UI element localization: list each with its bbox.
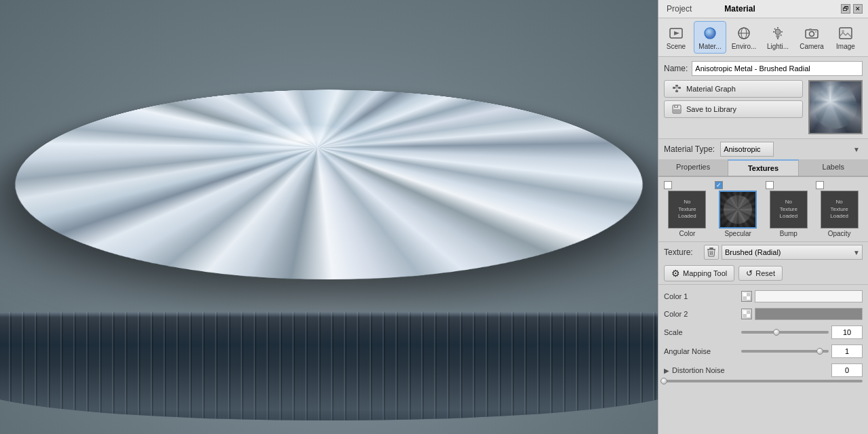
material-graph-label: Material Graph — [686, 85, 736, 93]
channel-specular-header: ✓ — [715, 181, 762, 189]
material-graph-btn[interactable]: Material Graph — [664, 80, 803, 98]
mapping-tool-btn[interactable]: ⚙ Mapping Tool — [664, 265, 734, 281]
material-type-select[interactable]: Anisotropic Diffuse Glossy Metallic Plas… — [720, 142, 774, 157]
name-preview-section: Name: — [658, 57, 868, 139]
scale-slider-track[interactable] — [741, 331, 829, 334]
channel-bump-header — [766, 181, 812, 189]
save-library-icon — [671, 104, 682, 115]
color2-row: Color 2 — [658, 305, 868, 323]
reset-btn[interactable]: ↺ Reset — [738, 266, 783, 281]
save-library-btn[interactable]: Save to Library — [664, 100, 803, 118]
close-button[interactable]: ✕ — [853, 4, 863, 14]
toolbar-scene-btn[interactable]: Scene — [660, 21, 692, 54]
svg-point-3 — [705, 28, 715, 39]
svg-rect-41 — [747, 296, 750, 300]
channel-bump-no-texture: NoTextureLoaded — [780, 199, 798, 220]
texture-row: Texture: Brushed (Radial) Brushed (Linea… — [658, 242, 868, 262]
channel-opacity-card[interactable]: NoTextureLoaded — [821, 191, 859, 229]
panel-project-tab[interactable]: Project — [664, 3, 694, 15]
svg-rect-25 — [675, 90, 678, 92]
toolbar-material-btn[interactable]: Mater... — [694, 21, 726, 54]
environment-label: Enviro... — [732, 43, 757, 50]
name-input[interactable] — [692, 61, 863, 76]
texture-select-wrapper: Brushed (Radial) Brushed (Linear) None ▼ — [722, 245, 863, 260]
channel-opacity-header — [816, 181, 863, 189]
image-icon — [837, 25, 854, 41]
specular-preview — [720, 192, 755, 227]
color1-label: Color 1 — [664, 292, 738, 300]
mapping-row: ⚙ Mapping Tool ↺ Reset — [658, 262, 868, 285]
panel-title-tabs: Project Material — [664, 3, 758, 15]
distortion-noise-slider-thumb[interactable] — [660, 378, 667, 384]
panel-header: Project Material 🗗 ✕ — [658, 0, 868, 18]
angular-noise-input[interactable] — [831, 344, 863, 358]
scale-input[interactable] — [831, 326, 863, 339]
tab-properties[interactable]: Properties — [658, 159, 728, 176]
toolbar-camera-btn[interactable]: Camera — [795, 21, 828, 54]
svg-rect-20 — [840, 28, 852, 39]
channel-color-card[interactable]: NoTextureLoaded — [668, 191, 706, 229]
distortion-noise-arrow-icon: ▶ — [664, 367, 669, 374]
angular-noise-slider-track[interactable] — [741, 350, 829, 353]
toolbar-image-btn[interactable]: Image — [829, 21, 862, 54]
svg-rect-40 — [743, 296, 747, 300]
channel-specular-checkbox[interactable]: ✓ — [715, 181, 723, 189]
color2-label: Color 2 — [664, 310, 738, 318]
toolbar-lighting-btn[interactable]: Lighti... — [762, 21, 794, 54]
channel-bump: NoTextureLoaded Bump — [766, 181, 812, 237]
name-label: Name: — [664, 64, 688, 73]
scale-slider-thumb[interactable] — [773, 329, 780, 336]
color2-picker-btn[interactable] — [741, 309, 752, 319]
tab-labels[interactable]: Labels — [799, 159, 868, 176]
channel-bump-card[interactable]: NoTextureLoaded — [770, 191, 808, 229]
distortion-noise-input[interactable] — [831, 363, 863, 377]
channel-opacity-checkbox[interactable] — [816, 181, 824, 189]
save-library-label: Save to Library — [686, 105, 736, 113]
channel-specular-card[interactable] — [719, 191, 757, 229]
svg-point-7 — [775, 29, 781, 35]
color1-picker-btn[interactable] — [741, 291, 752, 302]
color2-swatch[interactable] — [755, 308, 863, 320]
channel-opacity: NoTextureLoaded Opacity — [816, 181, 863, 237]
angular-noise-slider-container — [741, 350, 829, 353]
texture-label: Texture: — [664, 248, 701, 257]
properties-section: Color 1 Color 2 — [658, 285, 868, 434]
distortion-noise-toggle[interactable]: ▶ Distortion Noise — [658, 361, 868, 380]
scale-row: Scale — [658, 323, 868, 342]
texture-channels: NoTextureLoaded Color ✓ Specular — [658, 177, 868, 242]
svg-rect-23 — [678, 87, 681, 89]
material-panel: Project Material 🗗 ✕ Scene — [658, 0, 868, 434]
material-icon — [702, 25, 718, 41]
channel-color-checkbox[interactable] — [664, 181, 672, 189]
lighting-icon — [770, 25, 786, 41]
toolbar-environment-btn[interactable]: Enviro... — [728, 21, 760, 54]
3d-viewport — [0, 0, 658, 434]
angular-noise-slider-thumb[interactable] — [816, 348, 823, 355]
texture-type-select[interactable]: Brushed (Radial) Brushed (Linear) None — [722, 245, 863, 260]
restore-button[interactable]: 🗗 — [841, 4, 850, 14]
panel-material-tab[interactable]: Material — [722, 3, 757, 15]
material-type-arrow-icon: ▼ — [853, 146, 860, 153]
image-label: Image — [836, 43, 855, 50]
material-type-label: Material Type: — [664, 144, 715, 154]
color1-row: Color 1 — [658, 288, 868, 305]
camera-icon — [804, 25, 820, 41]
svg-point-17 — [810, 31, 814, 36]
distortion-noise-slider-track[interactable] — [664, 380, 863, 382]
channel-bump-checkbox[interactable] — [766, 181, 774, 189]
svg-rect-44 — [743, 314, 747, 317]
color1-swatch[interactable] — [755, 290, 863, 302]
channel-color: NoTextureLoaded Color — [664, 181, 711, 237]
channel-specular-name: Specular — [724, 230, 751, 237]
camera-label: Camera — [800, 43, 824, 50]
mapping-tool-icon: ⚙ — [671, 268, 680, 279]
channel-opacity-no-texture: NoTextureLoaded — [830, 199, 848, 220]
texture-delete-btn[interactable] — [704, 245, 719, 260]
channel-opacity-name: Opacity — [828, 230, 851, 237]
svg-rect-18 — [809, 28, 812, 30]
reset-icon: ↺ — [746, 269, 753, 278]
svg-rect-38 — [743, 293, 747, 296]
tab-textures[interactable]: Textures — [728, 159, 798, 176]
svg-rect-22 — [673, 87, 675, 89]
svg-point-19 — [815, 31, 816, 33]
